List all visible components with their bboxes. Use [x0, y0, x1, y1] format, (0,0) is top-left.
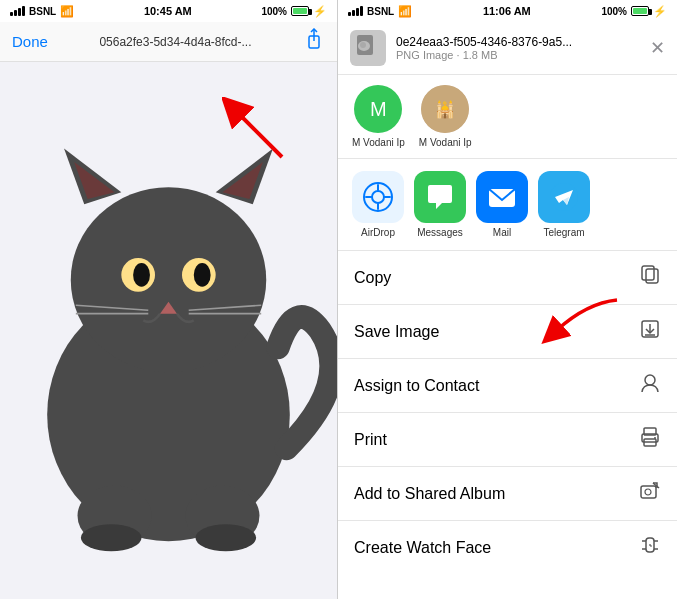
right-panel: BSNL 📶 11:06 AM 100% ⚡ 0e24eaa3-f505-434…	[338, 0, 677, 599]
svg-point-12	[194, 263, 211, 287]
file-name: 0e24eaa3-f505-4346-8376-9a5...	[396, 35, 640, 49]
assign-contact-label: Assign to Contact	[354, 377, 479, 395]
file-thumbnail	[350, 30, 386, 66]
action-watch-face[interactable]: Create Watch Face	[338, 521, 677, 574]
right-carrier-info: BSNL 📶	[348, 5, 412, 18]
watch-face-icon	[639, 534, 661, 561]
left-battery-area: 100% ⚡	[261, 5, 327, 18]
save-image-label: Save Image	[354, 323, 439, 341]
contacts-row: M M Vodani Ip 🕌 M Vodani Ip	[338, 75, 677, 159]
charging-icon: ⚡	[313, 5, 327, 18]
contact-name-2: M Vodani Ip	[419, 137, 472, 148]
save-image-icon	[639, 318, 661, 345]
contact-avatar-m: M	[354, 85, 402, 133]
arrow-indicator	[222, 97, 302, 177]
action-copy[interactable]: Copy	[338, 251, 677, 305]
svg-point-24	[360, 42, 366, 48]
svg-rect-33	[642, 266, 654, 280]
mail-label: Mail	[493, 227, 511, 238]
svg-point-20	[81, 524, 142, 551]
svg-point-41	[654, 437, 656, 439]
messages-icon	[414, 171, 466, 223]
action-list: Copy Save Image	[338, 251, 677, 599]
right-status-bar: BSNL 📶 11:06 AM 100% ⚡	[338, 0, 677, 22]
left-carrier-info: BSNL 📶	[10, 5, 74, 18]
left-carrier: BSNL	[29, 6, 56, 17]
telegram-label: Telegram	[543, 227, 584, 238]
svg-point-37	[645, 375, 655, 385]
mail-icon	[476, 171, 528, 223]
airdrop-icon	[352, 171, 404, 223]
right-battery-area: 100% ⚡	[601, 5, 667, 18]
battery-icon	[291, 6, 309, 16]
svg-point-11	[133, 263, 150, 287]
messages-label: Messages	[417, 227, 463, 238]
shared-album-icon	[639, 480, 661, 507]
assign-contact-icon	[639, 372, 661, 399]
shared-album-label: Add to Shared Album	[354, 485, 505, 503]
print-label: Print	[354, 431, 387, 449]
right-time: 11:06 AM	[483, 5, 531, 17]
right-battery-percent: 100%	[601, 6, 627, 17]
battery-percent: 100%	[261, 6, 287, 17]
signal-icon	[10, 6, 25, 16]
wifi-icon: 📶	[60, 5, 74, 18]
done-button[interactable]: Done	[12, 33, 48, 50]
contact-name-1: M Vodani Ip	[352, 137, 405, 148]
left-panel: BSNL 📶 10:45 AM 100% ⚡ Done 056a2fe3-5d3…	[0, 0, 338, 599]
file-meta: PNG Image · 1.8 MB	[396, 49, 640, 61]
svg-line-2	[232, 107, 282, 157]
telegram-icon	[538, 171, 590, 223]
contact-avatar-img: 🕌	[421, 85, 469, 133]
contact-item-1[interactable]: M M Vodani Ip	[352, 85, 405, 148]
action-print[interactable]: Print	[338, 413, 677, 467]
left-nav-title: 056a2fe3-5d34-4d4a-8fcd-...	[48, 35, 303, 49]
apps-row: AirDrop Messages Mail	[338, 159, 677, 251]
copy-icon	[639, 264, 661, 291]
airdrop-label: AirDrop	[361, 227, 395, 238]
share-button[interactable]	[303, 28, 325, 55]
left-status-bar: BSNL 📶 10:45 AM 100% ⚡	[0, 0, 337, 22]
app-item-airdrop[interactable]: AirDrop	[352, 171, 404, 238]
svg-point-21	[195, 524, 256, 551]
watch-face-label: Create Watch Face	[354, 539, 491, 557]
cat-image-area	[0, 62, 337, 599]
right-carrier: BSNL	[367, 6, 394, 17]
right-battery-icon	[631, 6, 649, 16]
print-icon	[639, 426, 661, 453]
contact-item-2[interactable]: 🕌 M Vodani Ip	[419, 85, 472, 148]
svg-point-29	[372, 191, 384, 203]
left-nav-bar: Done 056a2fe3-5d34-4d4a-8fcd-...	[0, 22, 337, 62]
right-charging-icon: ⚡	[653, 5, 667, 18]
action-assign-contact[interactable]: Assign to Contact	[338, 359, 677, 413]
action-shared-album[interactable]: Add to Shared Album	[338, 467, 677, 521]
close-button[interactable]: ✕	[650, 39, 665, 57]
svg-point-4	[71, 187, 266, 372]
copy-label: Copy	[354, 269, 391, 287]
action-save-image[interactable]: Save Image	[338, 305, 677, 359]
share-sheet-header: 0e24eaa3-f505-4346-8376-9a5... PNG Image…	[338, 22, 677, 75]
app-item-telegram[interactable]: Telegram	[538, 171, 590, 238]
right-wifi-icon: 📶	[398, 5, 412, 18]
svg-rect-42	[641, 486, 656, 498]
right-signal-icon	[348, 6, 363, 16]
file-info: 0e24eaa3-f505-4346-8376-9a5... PNG Image…	[396, 35, 640, 61]
app-item-messages[interactable]: Messages	[414, 171, 466, 238]
svg-text:🕌: 🕌	[435, 100, 455, 119]
app-item-mail[interactable]: Mail	[476, 171, 528, 238]
svg-point-43	[645, 489, 651, 495]
left-time: 10:45 AM	[144, 5, 192, 17]
svg-rect-32	[646, 269, 658, 283]
